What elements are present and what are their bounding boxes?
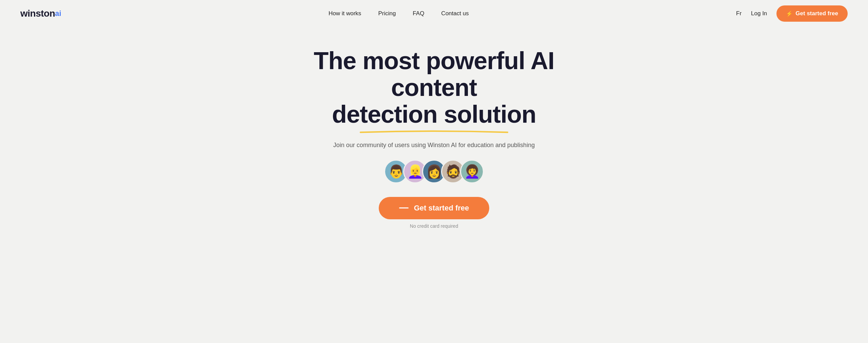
no-credit-text: No credit card required: [410, 223, 458, 229]
hero-section: The most powerful AI content detection s…: [0, 27, 868, 242]
hero-cta-label: Get started free: [414, 204, 469, 213]
lightning-icon: ⚡: [786, 11, 793, 17]
underline-decoration: [332, 129, 536, 134]
hero-title: The most powerful AI content detection s…: [281, 47, 587, 128]
navbar-right: Fr Log In ⚡ Get started free: [736, 5, 848, 22]
hero-subtitle: Join our community of users using Winsto…: [333, 142, 535, 149]
avatar-5: 👩‍🦱: [460, 160, 484, 183]
hero-title-detection-solution: detection solution: [332, 101, 536, 128]
language-selector[interactable]: Fr: [736, 10, 742, 17]
logo-ai: ai: [55, 9, 61, 18]
logo-winston: winston: [20, 8, 55, 19]
logo[interactable]: winstonai: [20, 8, 61, 19]
avatar-2-face: 👱‍♀️: [407, 165, 423, 178]
nav-cta-label: Get started free: [795, 10, 838, 17]
underline-wrapper: detection solution: [332, 101, 536, 128]
avatar-group: 👨 👱‍♀️ 👩 🧔 👩‍🦱: [384, 160, 484, 183]
avatar-1-face: 👨: [388, 165, 404, 178]
nav-cta-button[interactable]: ⚡ Get started free: [776, 5, 848, 22]
avatar-4-face: 🧔: [445, 165, 461, 178]
nav-links: How it works Pricing FAQ Contact us: [329, 10, 469, 17]
hero-cta-button[interactable]: Get started free: [379, 197, 490, 219]
avatar-3-face: 👩: [426, 165, 442, 178]
hero-title-line2: detection solution: [281, 101, 587, 128]
nav-pricing[interactable]: Pricing: [378, 10, 396, 17]
nav-faq[interactable]: FAQ: [413, 10, 424, 17]
hero-title-line1: The most powerful AI content: [314, 47, 554, 101]
login-link[interactable]: Log In: [751, 10, 767, 17]
button-dash-icon: [399, 207, 409, 208]
nav-contact-us[interactable]: Contact us: [441, 10, 469, 17]
navbar: winstonai How it works Pricing FAQ Conta…: [0, 0, 868, 27]
avatar-5-face: 👩‍🦱: [464, 165, 480, 178]
nav-how-it-works[interactable]: How it works: [329, 10, 361, 17]
